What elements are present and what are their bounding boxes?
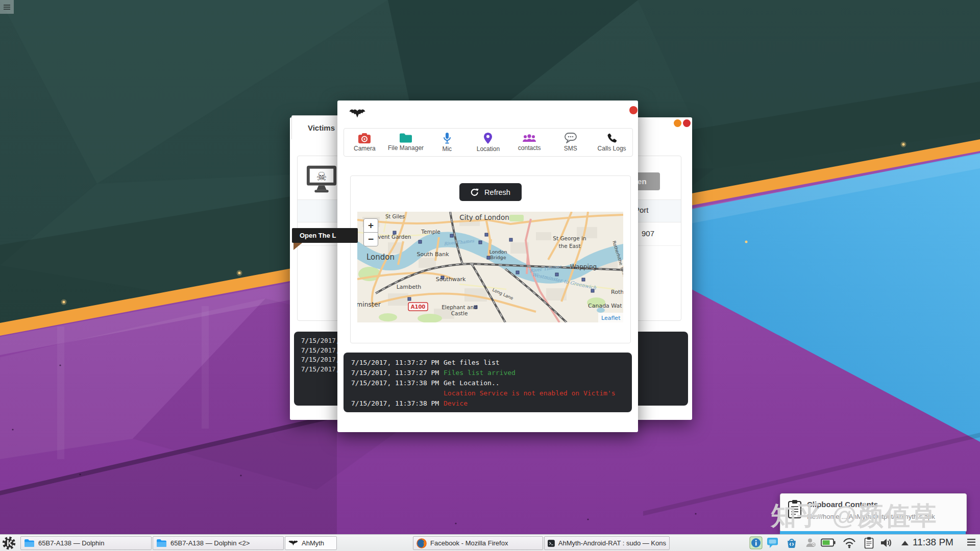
info-icon: [749, 536, 763, 549]
tray-discover[interactable]: [786, 537, 797, 550]
speech-bubble-icon: [565, 133, 577, 143]
close-button[interactable]: [683, 119, 691, 127]
tooltip-arrow: [293, 243, 302, 250]
chat-bubble-icon: [767, 537, 778, 548]
svg-text:London: London: [366, 253, 395, 262]
phone-icon: [607, 133, 617, 143]
svg-text:Bridge: Bridge: [491, 255, 506, 260]
people-icon: [523, 134, 536, 143]
toolbar-item-mic[interactable]: Mic: [427, 133, 468, 153]
taskbar-task-konsole[interactable]: AhMyth-Android-RAT : sudo — Kons: [544, 536, 670, 550]
zoom-in-button[interactable]: +: [363, 218, 378, 233]
toolbar-item-contacts[interactable]: contacts: [509, 134, 550, 152]
watermark: 知乎 @颜值草: [771, 499, 938, 533]
svg-text:Canada Wat: Canada Wat: [588, 303, 622, 309]
wifi-icon: [842, 537, 856, 548]
taskbar: 65B7-A138 — Dolphin 65B7-A138 — Dolphin …: [0, 534, 980, 551]
svg-text:the East: the East: [558, 243, 580, 249]
tray-wifi[interactable]: [842, 537, 856, 550]
map-pin-icon: [484, 133, 492, 144]
dolphin-folder-icon: [156, 539, 167, 547]
ahmyth-log-panel: 7/15/2017, 11:37:27 PMGet files list 7/1…: [344, 353, 632, 412]
svg-text:Elephant and: Elephant and: [442, 304, 477, 310]
map-zoom-control: + −: [363, 218, 378, 246]
feature-toolbar: Camera File Manager Mic Location contact…: [344, 128, 633, 157]
user-icon: [805, 537, 816, 548]
kde-logo-icon: [2, 536, 16, 550]
refresh-button[interactable]: Refresh: [459, 183, 522, 201]
toolbar-item-file-manager[interactable]: File Manager: [385, 133, 426, 152]
camera-icon: [358, 133, 371, 143]
app-launcher-button[interactable]: [2, 536, 16, 550]
zoom-out-button[interactable]: −: [363, 232, 378, 246]
chevron-up-icon: [901, 540, 909, 546]
svg-text:Lambeth: Lambeth: [397, 284, 422, 290]
taskbar-task-firefox[interactable]: Facebook - Mozilla Firefox: [413, 536, 543, 550]
svg-text:Castle: Castle: [451, 310, 468, 316]
speaker-icon: [880, 537, 893, 548]
tray-chat[interactable]: [767, 537, 778, 550]
ahmyth-lab-window: Camera File Manager Mic Location contact…: [337, 101, 638, 432]
panel-overflow-button[interactable]: [967, 538, 976, 548]
log-line: Location Service is not enabled on Victi…: [351, 388, 632, 398]
tray-volume[interactable]: [880, 537, 893, 550]
toolbar-item-sms[interactable]: SMS: [550, 133, 591, 152]
desktop-toolbox-button[interactable]: [0, 0, 14, 14]
location-card: Refresh: [350, 176, 631, 343]
battery-icon: [821, 538, 836, 547]
toolbar-item-camera[interactable]: Camera: [344, 133, 385, 152]
app-bag-icon: [786, 537, 797, 548]
taskbar-clock[interactable]: 11:38 PM: [913, 537, 953, 548]
dolphin-folder-icon: [24, 539, 35, 547]
svg-text:Temple: Temple: [421, 229, 440, 235]
taskbar-task-dolphin-2[interactable]: 65B7-A138 — Dolphin <2>: [153, 536, 284, 550]
log-line: 7/15/2017, 11:37:38 PMGet Location..: [351, 378, 632, 388]
svg-text:Southwark: Southwark: [436, 276, 466, 283]
tray-expand-arrow[interactable]: [901, 539, 909, 548]
log-line: 7/15/2017, 11:37:27 PMFiles list arrived: [351, 368, 632, 378]
firefox-icon: [416, 538, 427, 548]
taskbar-task-ahmyth[interactable]: AhMyth: [285, 536, 337, 550]
log-line: 7/15/2017, 11:37:27 PMGet files list: [351, 358, 632, 368]
skull-monitor-icon: ☠: [306, 164, 337, 194]
konsole-icon: [548, 538, 555, 548]
close-circle-icon[interactable]: [629, 106, 638, 114]
svg-text:London: London: [489, 249, 507, 255]
tray-clipboard[interactable]: [864, 537, 874, 551]
road-badge-a100: A100: [408, 303, 428, 311]
svg-text:Wapping: Wapping: [570, 263, 597, 270]
toolbar-item-calls-logs[interactable]: Calls Logs: [592, 133, 632, 152]
svg-text:☠: ☠: [316, 169, 327, 183]
svg-text:City of London: City of London: [459, 213, 509, 221]
svg-text:A100: A100: [411, 304, 426, 310]
svg-text:St Giles: St Giles: [385, 214, 405, 219]
microphone-icon: [443, 133, 451, 144]
leaflet-map[interactable]: A100 City of London St Giles Temple Cove…: [357, 212, 623, 322]
hamburger-menu-icon: [967, 538, 976, 546]
leaflet-attribution-link[interactable]: Leaflet: [601, 315, 621, 321]
refresh-icon: [471, 188, 479, 196]
svg-text:South Bank: South Bank: [416, 251, 449, 258]
map-attribution: Leaflet: [598, 313, 623, 322]
tab-victims-label: Victims: [308, 123, 335, 132]
toolbar-item-location[interactable]: Location: [468, 133, 508, 153]
bat-icon: [288, 540, 298, 546]
bat-icon: [349, 109, 365, 118]
port-value: 907: [642, 229, 654, 238]
svg-text:Roth: Roth: [611, 289, 623, 295]
svg-text:minster: minster: [357, 300, 381, 308]
taskbar-task-dolphin-1[interactable]: 65B7-A138 — Dolphin: [20, 536, 152, 550]
clipboard-icon: [864, 537, 874, 549]
hamburger-menu-icon: [4, 5, 10, 6]
tray-info[interactable]: [749, 536, 763, 551]
tray-user-switch[interactable]: [805, 537, 816, 550]
desktop: Victims ☠ Listen Port 907 7/15/2017,7/15…: [0, 0, 980, 551]
open-the-lab-tooltip: Open The L: [292, 228, 358, 243]
minimize-button[interactable]: [674, 119, 681, 127]
log-line: 7/15/2017, 11:37:38 PMDevice: [351, 398, 632, 409]
svg-text:St George in: St George in: [553, 235, 586, 241]
tray-battery[interactable]: [821, 538, 836, 549]
folder-icon: [400, 133, 412, 143]
